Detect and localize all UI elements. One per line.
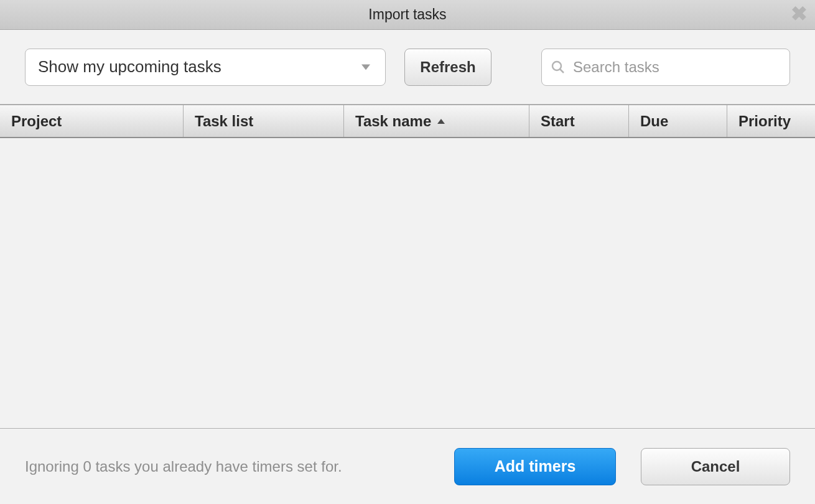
import-tasks-modal: Import tasks ✖ Show my upcoming tasks Re…: [0, 0, 815, 504]
column-header-taskname[interactable]: Task name: [344, 105, 529, 137]
titlebar: Import tasks ✖: [0, 0, 815, 30]
column-header-due[interactable]: Due: [629, 105, 727, 137]
refresh-button[interactable]: Refresh: [404, 49, 491, 86]
search-field[interactable]: [541, 49, 790, 86]
column-label: Due: [640, 113, 668, 130]
search-icon: [551, 60, 566, 75]
column-header-project[interactable]: Project: [0, 105, 184, 137]
column-header-start[interactable]: Start: [529, 105, 629, 137]
column-headers: Project Task list Task name Start Due Pr…: [0, 105, 815, 138]
chevron-down-icon: [361, 64, 370, 70]
modal-title: Import tasks: [368, 6, 446, 23]
svg-point-0: [552, 62, 561, 70]
search-input[interactable]: [573, 58, 781, 76]
filter-select[interactable]: Show my upcoming tasks: [25, 49, 386, 86]
column-header-priority[interactable]: Priority: [727, 105, 815, 137]
column-label: Start: [541, 113, 575, 130]
close-icon[interactable]: ✖: [791, 4, 808, 24]
table-body: [0, 138, 815, 428]
column-label: Task list: [195, 113, 253, 130]
add-timers-button[interactable]: Add timers: [454, 448, 616, 485]
cancel-button[interactable]: Cancel: [641, 448, 790, 485]
footer: Ignoring 0 tasks you already have timers…: [0, 428, 815, 504]
column-label: Task name: [355, 113, 431, 130]
sort-asc-icon: [437, 119, 445, 124]
column-header-tasklist[interactable]: Task list: [184, 105, 344, 137]
toolbar: Show my upcoming tasks Refresh: [0, 30, 815, 105]
column-label: Project: [11, 113, 62, 130]
svg-line-1: [560, 69, 564, 73]
column-label: Priority: [738, 113, 791, 130]
status-text: Ignoring 0 tasks you already have timers…: [25, 458, 342, 475]
filter-select-value: Show my upcoming tasks: [38, 57, 221, 77]
